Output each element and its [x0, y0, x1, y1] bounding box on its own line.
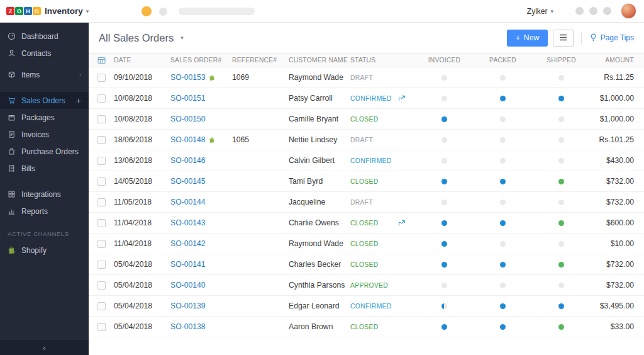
notifications-icon[interactable] [589, 7, 597, 15]
row-checkbox[interactable] [97, 157, 106, 165]
shipped-dot [558, 179, 564, 184]
org-selector[interactable]: Zylker ▾ [527, 7, 553, 16]
table-row[interactable]: 11/04/2018 SO-00142 Raymond Wade CLOSED … [89, 234, 644, 254]
table-row[interactable]: 10/08/2018 SO-00150 Camille Bryant CLOSE… [89, 109, 644, 130]
page-tips-link[interactable]: Page Tips [589, 33, 634, 43]
search-bar[interactable] [179, 8, 255, 15]
table-row[interactable]: 05/04/2018 SO-00141 Charles Becker CLOSE… [89, 254, 644, 275]
invoiced-dot [441, 158, 447, 164]
table-row[interactable]: 18/06/2018 SO-00148 1065 Nettie Lindsey … [89, 130, 644, 150]
table-row[interactable]: 09/10/2018 SO-00153 1069 Raymond Wade DR… [89, 67, 644, 88]
sales-order-link[interactable]: SO-00139 [170, 301, 206, 310]
column-header-invoiced[interactable]: INVOICED [415, 57, 474, 64]
sidebar-item-reports[interactable]: Reports [0, 203, 89, 220]
table-row[interactable]: 10/08/2018 SO-00151 Patsy Carroll CONFIR… [89, 88, 644, 109]
share-icon[interactable] [398, 95, 406, 104]
sidebar-item-label: Bills [21, 164, 35, 173]
column-header-sales-order[interactable]: SALES ORDER# [170, 57, 232, 64]
row-date: 11/05/2018 [114, 198, 170, 206]
page-title[interactable]: All Sales Orders ▾ [99, 32, 184, 44]
table-row[interactable]: 14/05/2018 SO-00145 Tami Byrd CLOSED $73… [89, 171, 644, 192]
sales-order-link[interactable]: SO-00153 [170, 73, 206, 82]
column-header-packed[interactable]: PACKED [474, 57, 532, 64]
sales-order-link[interactable]: SO-00145 [170, 177, 206, 186]
column-header-status[interactable]: STATUS [350, 57, 415, 64]
sidebar-item-label: Items [21, 70, 40, 79]
row-checkbox[interactable] [97, 178, 106, 186]
row-checkbox[interactable] [97, 198, 106, 206]
row-checkbox[interactable] [97, 261, 106, 269]
column-header-date[interactable]: DATE [114, 57, 170, 64]
status-badge: CLOSED [350, 178, 379, 185]
sidebar-collapse-button[interactable]: ‹ [0, 340, 89, 355]
sidebar-item-shopify[interactable]: Shopify [0, 242, 89, 259]
packed-dot [500, 116, 506, 122]
sidebar-item-packages[interactable]: Packages [0, 109, 89, 126]
row-customer: Charlie Owens [289, 218, 350, 227]
list-view-options-button[interactable] [553, 30, 574, 47]
table-row[interactable]: 05/04/2018 SO-00139 Edgar Leonard CONFIR… [89, 296, 644, 317]
sales-order-link[interactable]: SO-00148 [170, 135, 206, 144]
share-icon[interactable] [398, 220, 406, 228]
row-checkbox[interactable] [97, 136, 106, 144]
sales-order-link[interactable]: SO-00141 [170, 260, 206, 269]
header-actions: + New Page Tips [507, 30, 634, 47]
settings-icon[interactable] [603, 7, 611, 15]
sales-order-link[interactable]: SO-00140 [170, 281, 206, 290]
row-checkbox[interactable] [97, 281, 106, 290]
table-row[interactable]: 05/04/2018 SO-00138 Aaron Brown CLOSED $… [89, 317, 644, 337]
column-header-shipped[interactable]: SHIPPED [532, 57, 591, 64]
row-date: 18/06/2018 [114, 135, 170, 144]
chevron-down-icon: ▾ [180, 35, 184, 41]
sales-order-link[interactable]: SO-00146 [170, 156, 206, 165]
sales-order-link[interactable]: SO-00150 [170, 115, 206, 123]
main-content: All Sales Orders ▾ + New Page Tips DATE … [89, 0, 644, 355]
row-customer: Cynthia Parsons [289, 281, 350, 290]
row-customer: Calvin Gilbert [289, 156, 350, 165]
table-row[interactable]: 11/05/2018 SO-00144 Jacqueline DRAFT $73… [89, 192, 644, 213]
sidebar-item-purchase-orders[interactable]: Purchase Orders [0, 143, 89, 160]
row-checkbox[interactable] [97, 74, 106, 82]
sidebar-item-contacts[interactable]: Contacts [0, 45, 89, 62]
sidebar-item-integrations[interactable]: Integrations [0, 186, 89, 203]
row-checkbox[interactable] [97, 115, 106, 123]
sidebar-item-bills[interactable]: Bills [0, 160, 89, 177]
column-header-amount[interactable]: AMOUNT [591, 57, 644, 64]
sidebar-item-label: Contacts [21, 49, 51, 58]
column-customize-icon[interactable] [97, 57, 114, 64]
row-checkbox[interactable] [97, 219, 106, 227]
new-button[interactable]: + New [507, 30, 547, 47]
sales-order-link[interactable]: SO-00144 [170, 198, 206, 206]
sidebar-item-invoices[interactable]: Invoices [0, 126, 89, 143]
row-checkbox[interactable] [97, 94, 106, 103]
column-header-reference[interactable]: REFERENCE# [232, 57, 289, 64]
sidebar-item-dashboard[interactable]: Dashboard [0, 28, 89, 45]
packed-dot [500, 241, 506, 247]
invoiced-dot [441, 75, 447, 81]
table-row[interactable]: 05/04/2018 SO-00140 Cynthia Parsons APPR… [89, 275, 644, 296]
table-row[interactable]: 13/06/2018 SO-00146 Calvin Gilbert CONFI… [89, 150, 644, 171]
page-tips-label: Page Tips [601, 33, 634, 42]
feedback-icon[interactable] [142, 6, 152, 16]
recent-activity-icon[interactable] [159, 8, 167, 16]
row-amount: $33.00 [591, 322, 644, 331]
sales-order-link[interactable]: SO-00143 [170, 218, 206, 227]
sidebar-item-sales-orders[interactable]: Sales Orders + [0, 92, 89, 109]
referral-icon[interactable] [575, 7, 584, 15]
sidebar-item-items[interactable]: Items › [0, 66, 89, 83]
zoho-inventory-logo[interactable]: Z O H O Inventory ▾ [6, 6, 89, 16]
status-badge: CLOSED [350, 116, 379, 123]
zoho-logo-tile: O [33, 7, 41, 15]
table-row[interactable]: 11/04/2018 SO-00143 Charlie Owens CLOSED… [89, 213, 644, 234]
row-checkbox[interactable] [97, 302, 106, 310]
user-avatar[interactable] [621, 3, 636, 19]
sales-order-link[interactable]: SO-00138 [170, 322, 206, 331]
row-date: 05/04/2018 [114, 260, 170, 269]
add-sales-order-button[interactable]: + [76, 96, 81, 105]
sidebar-item-label: Dashboard [21, 32, 58, 41]
row-checkbox[interactable] [97, 323, 106, 331]
column-header-customer[interactable]: CUSTOMER NAME [289, 57, 350, 64]
sales-order-link[interactable]: SO-00151 [170, 94, 206, 103]
row-checkbox[interactable] [97, 240, 106, 248]
sales-order-link[interactable]: SO-00142 [170, 239, 206, 248]
